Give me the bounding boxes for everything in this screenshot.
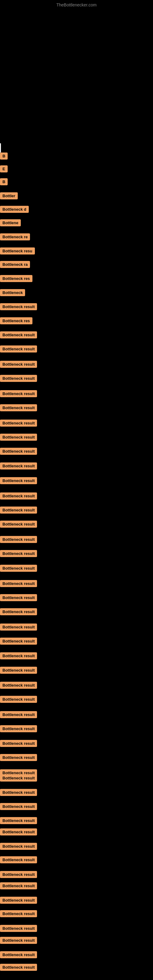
- bottleneck-result-item[interactable]: Bottleneck result: [0, 740, 37, 748]
- bottleneck-result-item[interactable]: Bottleneck result: [0, 871, 37, 879]
- bottleneck-label-text: Bottleneck result: [0, 375, 37, 382]
- bottleneck-result-item[interactable]: Bottleneck result: [0, 375, 37, 383]
- bottleneck-label-text: Bottleneck result: [0, 789, 37, 796]
- bottleneck-result-item[interactable]: Bottleneck result: [0, 506, 37, 515]
- bottleneck-result-item[interactable]: Bottleneck result: [0, 937, 37, 945]
- bottleneck-result-item[interactable]: Bottleneck result: [0, 696, 37, 704]
- bottleneck-result-item[interactable]: Bottleneck result: [0, 361, 37, 369]
- bottleneck-result-item[interactable]: Bottler: [0, 192, 18, 200]
- bottleneck-result-item[interactable]: Bottleneck result: [0, 594, 37, 602]
- bottleneck-result-item[interactable]: Bottleneck result: [0, 652, 37, 660]
- cursor: [0, 143, 1, 153]
- bottleneck-result-item[interactable]: Bottleneck result: [0, 638, 37, 646]
- bottleneck-label-text: Bottleneck result: [0, 580, 37, 587]
- bottleneck-result-item[interactable]: Bottleneck result: [0, 550, 37, 558]
- bottleneck-result-item[interactable]: Bottleneck result: [0, 624, 37, 632]
- bottleneck-result-item[interactable]: Bottleneck resu: [0, 247, 35, 256]
- bottleneck-label-text: Bottleneck result: [0, 594, 37, 601]
- bottleneck-result-item[interactable]: Bottleneck result: [0, 463, 37, 471]
- bottleneck-result-item[interactable]: Bottleneck result: [0, 667, 37, 675]
- bottleneck-result-item[interactable]: Bottleneck result: [0, 565, 37, 573]
- bottleneck-result-item[interactable]: Bottleneck ra: [0, 261, 30, 269]
- bottleneck-label-text: Bottleneck result: [0, 937, 37, 944]
- bottleneck-result-item[interactable]: Bottleneck result: [0, 856, 37, 865]
- bottleneck-result-item[interactable]: Bottleneck res: [0, 275, 32, 283]
- bottleneck-label-text: Bottleneck result: [0, 711, 37, 718]
- bottleneck-label-text: Bottleneck res: [0, 275, 32, 282]
- bottleneck-label-text: Bottleneck result: [0, 303, 37, 310]
- bottleneck-label-text: Bottleneck resu: [0, 247, 35, 255]
- bottleneck-label-text: Bottleneck result: [0, 492, 37, 500]
- bottleneck-label-text: Bottleneck result: [0, 361, 37, 368]
- bottleneck-result-item[interactable]: Bottleneck result: [0, 434, 37, 442]
- bottleneck-result-item[interactable]: Bottleneck result: [0, 682, 37, 690]
- bottleneck-result-item[interactable]: Bottleneck result: [0, 580, 37, 588]
- bottleneck-label-text: Bottleneck result: [0, 829, 37, 835]
- bottleneck-result-item[interactable]: Bottleneck res: [0, 317, 32, 326]
- bottleneck-label-text: Bottleneck result: [0, 404, 37, 411]
- bottleneck-result-item[interactable]: Bottleneck result: [0, 789, 37, 797]
- bottleneck-result-item[interactable]: Bottleneck result: [0, 303, 37, 312]
- bottleneck-result-item[interactable]: Bottleneck result: [0, 520, 37, 529]
- bottleneck-result-item[interactable]: Bottleneck result: [0, 492, 37, 501]
- bottleneck-result-item[interactable]: Bottleneck result: [0, 910, 37, 918]
- bottleneck-result-item[interactable]: Bottleneck result: [0, 711, 37, 719]
- bottleneck-label-text: B: [0, 153, 8, 159]
- bottleneck-result-item[interactable]: B: [0, 178, 8, 186]
- bottleneck-result-item[interactable]: Bottleneck result: [0, 420, 37, 428]
- bottleneck-label-text: Bottleneck result: [0, 696, 37, 703]
- bottleneck-label-text: Bottleneck result: [0, 331, 37, 339]
- bottleneck-result-item[interactable]: Bottleneck result: [0, 331, 37, 340]
- bottleneck-result-item[interactable]: Bottleneck result: [0, 608, 37, 616]
- bottleneck-label-text: Bottleneck result: [0, 682, 37, 689]
- bottleneck-label-text: Bottleneck result: [0, 536, 37, 543]
- bottleneck-label-text: Bottleneck ra: [0, 261, 30, 268]
- bottleneck-label-text: Bottleneck result: [0, 740, 37, 747]
- bottleneck-result-item[interactable]: Bottleneck result: [0, 803, 37, 811]
- bottleneck-result-item[interactable]: Bottleneck result: [0, 754, 37, 762]
- site-title: TheBottlenecker.com: [56, 2, 97, 7]
- bottleneck-result-item[interactable]: Bottleneck: [0, 289, 25, 298]
- bottleneck-label-text: B: [0, 178, 8, 185]
- bottleneck-label-text: Bottleneck result: [0, 520, 37, 528]
- bottleneck-result-item[interactable]: Bottleneck re: [0, 233, 30, 242]
- bottleneck-result-item[interactable]: Bottleneck result: [0, 829, 37, 837]
- bottleneck-result-item[interactable]: Bottlene: [0, 219, 21, 228]
- bottleneck-label-text: Bottleneck d: [0, 206, 29, 213]
- bottleneck-label-text: Bottleneck result: [0, 434, 37, 441]
- bottleneck-result-item[interactable]: Bottleneck d: [0, 206, 29, 214]
- bottleneck-result-item[interactable]: Bottleneck result: [0, 725, 37, 733]
- bottleneck-label-text: Bottleneck result: [0, 638, 37, 645]
- bottleneck-result-item[interactable]: Bottleneck result: [0, 951, 37, 959]
- bottleneck-label-text: Bottleneck result: [0, 345, 37, 353]
- bottleneck-result-item[interactable]: Bottleneck result: [0, 345, 37, 354]
- bottleneck-label-text: Bottleneck result: [0, 775, 37, 781]
- bottleneck-label-text: Bottleneck result: [0, 667, 37, 674]
- bottleneck-result-item[interactable]: Bottleneck result: [0, 817, 37, 825]
- bottleneck-result-item[interactable]: Bottleneck result: [0, 897, 37, 905]
- bottleneck-label-text: Bottleneck re: [0, 233, 30, 240]
- bottleneck-result-item[interactable]: B: [0, 153, 8, 161]
- bottleneck-result-item[interactable]: Bottleneck result: [0, 925, 37, 933]
- bottleneck-result-item[interactable]: Bottleneck result: [0, 843, 37, 851]
- bottleneck-result-item[interactable]: Bottleneck result: [0, 390, 37, 398]
- bottleneck-label-text: Bottleneck result: [0, 463, 37, 469]
- bottleneck-label-text: Bottleneck result: [0, 897, 37, 904]
- bottleneck-label-text: Bottleneck result: [0, 871, 37, 878]
- bottleneck-result-item[interactable]: Bottleneck result: [0, 882, 37, 891]
- bottleneck-result-item[interactable]: Bottleneck result: [0, 536, 37, 544]
- bottleneck-label-text: Bottleneck result: [0, 754, 37, 761]
- bottleneck-label-text: Bottleneck res: [0, 317, 32, 324]
- bottleneck-label-text: Bottleneck result: [0, 803, 37, 810]
- bottleneck-label-text: Bottleneck result: [0, 951, 37, 958]
- bottleneck-label-text: Bottleneck result: [0, 925, 37, 932]
- bottleneck-result-item[interactable]: E: [0, 165, 8, 173]
- bottleneck-result-item[interactable]: Bottleneck result: [0, 775, 37, 783]
- bottleneck-result-item[interactable]: Bottleneck result: [0, 448, 37, 456]
- bottleneck-label-text: Bottleneck result: [0, 550, 37, 557]
- bottleneck-result-item[interactable]: Bottleneck result: [0, 964, 37, 972]
- bottleneck-label-text: Bottlene: [0, 219, 21, 226]
- bottleneck-result-item[interactable]: Bottleneck result: [0, 477, 37, 485]
- bottleneck-result-item[interactable]: Bottleneck result: [0, 404, 37, 412]
- bottleneck-label-text: Bottleneck result: [0, 882, 37, 889]
